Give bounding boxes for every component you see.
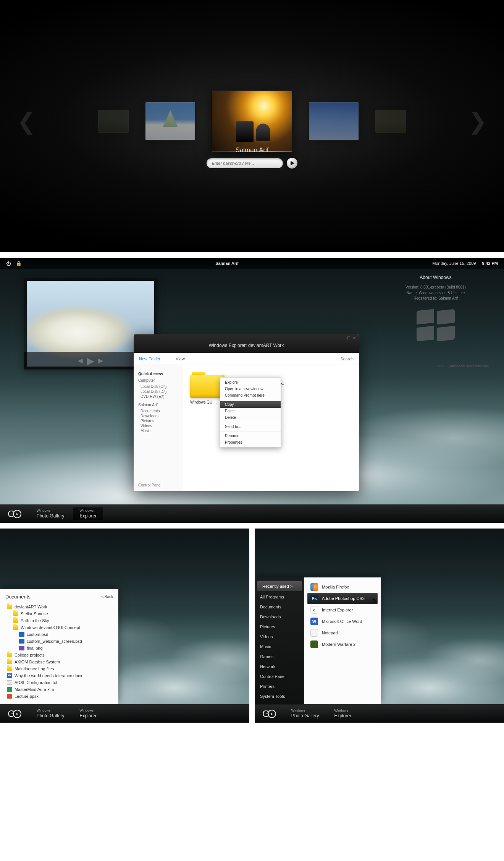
txt-icon <box>7 680 12 685</box>
qa-user-item[interactable]: Pictures <box>138 418 179 423</box>
start-button[interactable]: G▸ <box>8 509 21 519</box>
carousel-prev[interactable]: ❮ <box>17 108 36 135</box>
maximize-button[interactable]: ☐ <box>347 336 351 340</box>
qa-user-heading[interactable]: Salman Arif <box>138 403 179 407</box>
topbar-time: 9:42 PM <box>482 261 498 266</box>
cursor-icon: ↖ <box>372 597 376 603</box>
user-thumb[interactable] <box>98 110 129 133</box>
taskbar-item-photo-gallery[interactable]: Windows Photo Gallery <box>30 507 71 520</box>
start-nav-item[interactable]: System Tools <box>255 691 304 701</box>
window-titlebar[interactable]: ─ ☐ ✕ Windows Explorer: deviantART Work <box>134 334 359 353</box>
explorer-content[interactable]: Windows GUI... ExploreOpen in a new wind… <box>183 365 359 491</box>
tree-item[interactable]: Why the world needs tolerance.docx <box>5 672 113 679</box>
user-thumb-active[interactable] <box>212 91 292 152</box>
back-button[interactable]: < Back <box>101 595 113 599</box>
taskbar-item-photo-gallery[interactable]: WindowsPhoto Gallery <box>284 707 326 720</box>
folder-icon[interactable] <box>190 372 225 398</box>
tree-item[interactable]: ADSL Configuration.txt <box>5 679 113 686</box>
tree-item[interactable]: MasterMind Aura.xlm <box>5 686 113 693</box>
qa-user-item[interactable]: Documents <box>138 409 179 413</box>
context-menu-item[interactable]: Explore <box>220 379 281 386</box>
user-thumb[interactable] <box>309 102 359 140</box>
start-button[interactable]: G▸ <box>8 709 21 719</box>
username-label: Salman Arif <box>207 146 297 154</box>
tree-item[interactable]: Windows deviant8 GUI Concept <box>11 624 113 631</box>
start-nav-item[interactable]: Games <box>255 652 304 662</box>
tree-item[interactable]: custom.psd <box>18 631 113 638</box>
context-menu-item[interactable]: Delete <box>220 414 281 421</box>
start-nav-item[interactable]: Downloads <box>255 612 304 622</box>
carousel-next[interactable]: ❯ <box>468 108 487 135</box>
context-menu-item[interactable]: Copy <box>220 401 281 408</box>
user-thumb[interactable] <box>375 110 406 133</box>
start-recent-apps-screen: Recently used >All ProgramsDocumentsDown… <box>255 529 504 723</box>
login-form: Salman Arif <box>207 146 297 169</box>
topbar-username: Salman Arif <box>22 261 432 266</box>
tree-item[interactable]: final.png <box>18 645 113 652</box>
minimize-button[interactable]: ─ <box>342 336 345 340</box>
user-thumb[interactable] <box>145 102 195 140</box>
password-input[interactable] <box>207 158 283 168</box>
app-item[interactable]: PsAdobe Photoshop CS3 <box>307 593 378 604</box>
widget-prev-icon[interactable]: ◄ <box>76 356 84 366</box>
context-menu-item[interactable]: Send to... <box>220 423 281 430</box>
tree-item[interactable]: AXIOM Databse System <box>5 658 113 665</box>
view-button[interactable]: View <box>176 357 185 361</box>
start-nav-item[interactable]: Pictures <box>255 622 304 632</box>
folder-icon <box>13 625 18 630</box>
taskbar-item-explorer[interactable]: WindowsExplorer <box>327 707 358 720</box>
context-menu: ExploreOpen in a new windowCommand Promp… <box>220 377 281 448</box>
start-button[interactable]: G▸ <box>262 709 276 719</box>
qa-user-item[interactable]: Downloads <box>138 413 179 418</box>
start-nav-item[interactable]: Control Panel <box>255 671 304 681</box>
start-nav-item[interactable]: Documents <box>255 602 304 612</box>
start-nav-item[interactable]: All Programs <box>255 592 304 602</box>
taskbar-item-explorer[interactable]: WindowsExplorer <box>73 707 103 720</box>
start-nav-item[interactable]: Printers <box>255 681 304 691</box>
qa-drive-item[interactable]: Local Disk (D:\) <box>138 389 179 394</box>
widget-next-icon[interactable]: ► <box>97 356 105 366</box>
about-version: Version: 8.001-prebeta (Build 8001) <box>380 285 491 290</box>
qa-drive-item[interactable]: Local Disk (C:\) <box>138 384 179 389</box>
app-item[interactable]: Mozilla Firefox <box>307 581 378 593</box>
app-item[interactable]: Notepad <box>307 627 378 639</box>
context-menu-item[interactable]: Open in a new window <box>220 386 281 392</box>
taskbar-item-photo-gallery[interactable]: WindowsPhoto Gallery <box>30 707 71 720</box>
folder-icon <box>7 660 12 664</box>
control-panel-link[interactable]: Control Panel <box>138 483 162 487</box>
documents-tree: deviantART WorkStellar SunrisePath to th… <box>5 603 113 700</box>
tree-item[interactable]: deviantART Work <box>5 603 113 610</box>
qa-drive-item[interactable]: DVD-RW (E:\) <box>138 394 179 399</box>
close-button[interactable]: ✕ <box>353 336 356 340</box>
app-item[interactable]: Modern Warfare 2 <box>307 639 378 650</box>
new-folder-button[interactable]: New Folder <box>139 357 160 361</box>
start-nav-item[interactable]: Recently used > <box>257 581 302 591</box>
app-item[interactable]: WMicrosoft Office Word <box>307 616 378 627</box>
search-button[interactable]: Search <box>340 357 354 361</box>
tree-item[interactable]: Maintinence Log files <box>5 665 113 672</box>
start-nav-item[interactable]: Network <box>255 662 304 671</box>
tree-item[interactable]: Path to the Sky <box>11 617 113 624</box>
context-menu-item[interactable]: Paste <box>220 408 281 414</box>
tree-item[interactable]: Lecture.ppsx <box>5 693 113 700</box>
widget-play-icon[interactable]: ▶ <box>87 355 94 367</box>
login-button[interactable] <box>287 158 297 169</box>
power-icon[interactable]: ⏻ <box>6 261 11 266</box>
context-menu-item[interactable]: Rename <box>220 433 281 439</box>
tree-item[interactable]: custom_welcome_screen.psd <box>18 638 113 645</box>
qa-computer-heading[interactable]: Computer <box>138 378 179 383</box>
start-nav-item[interactable]: Music <box>255 642 304 652</box>
explorer-toolbar: New Folder View Search <box>134 353 359 365</box>
context-menu-item[interactable]: Command Prompt here <box>220 392 281 399</box>
qa-user-item[interactable]: Videos <box>138 423 179 428</box>
start-documents-screen: Documents < Back deviantART WorkStellar … <box>0 529 249 723</box>
tree-item[interactable]: Stellar Sunrise <box>11 610 113 617</box>
app-item[interactable]: eInternet Explorer <box>307 604 378 616</box>
qa-user-item[interactable]: Music <box>138 428 179 433</box>
start-nav-item[interactable]: Videos <box>255 632 304 642</box>
context-menu-item[interactable]: Properties <box>220 439 281 446</box>
lock-icon[interactable]: 🔒 <box>16 261 22 266</box>
taskbar-item-explorer[interactable]: Windows Explorer <box>73 507 103 520</box>
ps-icon: Ps <box>310 595 318 602</box>
tree-item[interactable]: College projects <box>5 652 113 658</box>
